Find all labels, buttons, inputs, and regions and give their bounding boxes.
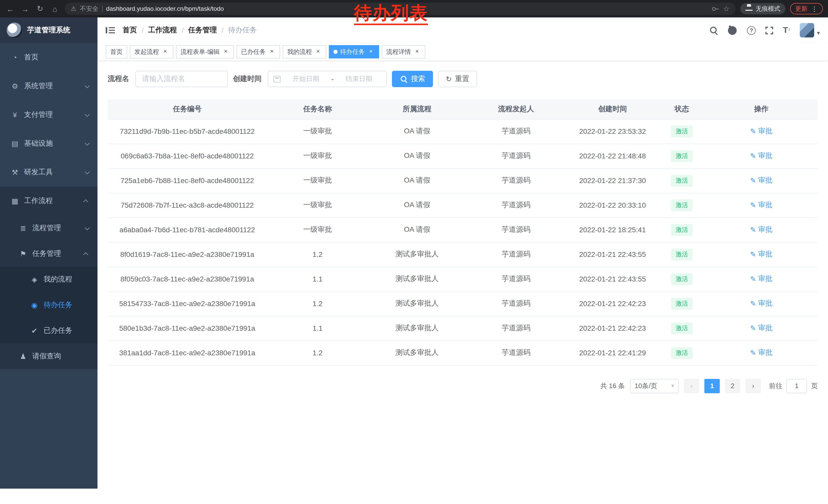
tab-close-icon[interactable] <box>367 48 374 55</box>
search-icon[interactable] <box>709 26 718 34</box>
prev-page-button[interactable]: ‹ <box>684 379 699 393</box>
tab-close-icon[interactable] <box>162 48 169 55</box>
col-created: 创建时间 <box>566 99 659 119</box>
approve-link[interactable]: 审批 <box>750 324 772 333</box>
table-row: 381aa1dd-7ac8-11ec-a9e2-a2380e71991a 1.2… <box>108 340 818 365</box>
approve-link[interactable]: 审批 <box>750 200 772 210</box>
cell-starter: 芋道源码 <box>466 242 566 267</box>
incognito-icon <box>745 7 753 11</box>
user-menu[interactable]: ▾ <box>800 23 820 37</box>
date-range-picker[interactable]: 开始日期 - 结束日期 <box>268 71 387 87</box>
page-size-select[interactable]: 10条/页 ▾ <box>630 379 679 393</box>
status-badge: 激活 <box>671 150 693 162</box>
font-size-icon[interactable]: T ↕ <box>783 26 790 34</box>
sidebar-menu-item[interactable]: ◉ 待办任务 <box>0 292 97 318</box>
cell-process: 测试多审批人 <box>368 340 466 365</box>
approve-link[interactable]: 审批 <box>750 250 772 259</box>
sidebar-menu-item[interactable]: ¥ 支付管理 <box>0 100 97 129</box>
cell-task-id: 725a1eb6-7b88-11ec-8ef0-acde48001122 <box>108 168 267 193</box>
tab[interactable]: 流程详情 <box>382 45 425 58</box>
next-page-button[interactable]: › <box>745 379 761 393</box>
browser-forward-icon[interactable]: → <box>20 4 30 13</box>
approve-link[interactable]: 审批 <box>750 176 772 185</box>
page-number-button[interactable]: 1 <box>704 379 720 393</box>
sidebar-menu-item[interactable]: ⚑ 任务管理 <box>0 241 97 267</box>
sidebar-menu-item[interactable]: ⚙ 系统管理 <box>0 72 97 100</box>
cell-task-name: 一级审批 <box>267 168 368 193</box>
task-management-icon: ⚑ <box>18 250 28 258</box>
approve-link[interactable]: 审批 <box>750 127 772 136</box>
approve-link[interactable]: 审批 <box>750 348 772 357</box>
tab-close-icon[interactable] <box>413 48 421 55</box>
sidebar-menu-item[interactable]: ▤ 基础设施 <box>0 129 97 158</box>
cell-actions: 审批 <box>705 291 818 316</box>
browser-menu-icon[interactable]: ⋮ <box>811 5 818 12</box>
my-process-icon: ◈ <box>30 275 39 283</box>
incognito-label: 无痕模式 <box>756 4 780 13</box>
sidebar-menu-item[interactable]: ⚒ 研发工具 <box>0 158 97 187</box>
annotation-title: 待办列表 <box>354 3 428 25</box>
tab[interactable]: 待办任务 <box>329 45 379 58</box>
bookmark-star-icon[interactable]: ☆ <box>723 5 730 13</box>
browser-update-button[interactable]: 更新 ⋮ <box>790 3 823 14</box>
cell-created: 2022-01-22 21:48:48 <box>566 144 659 168</box>
approve-link[interactable]: 审批 <box>750 274 772 283</box>
tab[interactable]: 已办任务 <box>237 45 280 58</box>
top-header: 首页 工作流程 任务管理 待办任务 <box>97 17 828 43</box>
tab[interactable]: 发起流程 <box>130 45 173 58</box>
tab[interactable]: 我的流程 <box>283 45 326 58</box>
status-badge: 激活 <box>671 125 693 137</box>
help-icon[interactable]: ? <box>747 26 756 35</box>
approve-link[interactable]: 审批 <box>750 151 772 161</box>
breadcrumb-item[interactable]: 任务管理 <box>177 26 217 35</box>
search-button-icon <box>400 75 407 82</box>
tab[interactable]: 流程表单-编辑 <box>176 45 234 58</box>
cell-actions: 审批 <box>705 217 818 242</box>
browser-reload-icon[interactable]: ↻ <box>35 4 45 13</box>
avatar[interactable] <box>800 23 815 37</box>
col-actions: 操作 <box>705 99 818 119</box>
cell-task-id: 069c6a63-7b8a-11ec-8ef0-acde48001122 <box>108 144 267 168</box>
caret-down-icon: ▾ <box>817 30 820 36</box>
logo: 芋道管理系统 <box>0 17 97 43</box>
breadcrumb-item[interactable]: 工作流程 <box>137 26 177 35</box>
tab-close-icon[interactable] <box>268 48 276 55</box>
approve-label: 审批 <box>758 151 773 161</box>
cell-task-name: 1.1 <box>267 316 368 340</box>
tab[interactable]: 首页 <box>106 45 127 58</box>
sidebar-menu-item[interactable]: ✔ 已办任务 <box>0 318 97 343</box>
status-badge: 激活 <box>671 175 693 186</box>
sidebar-menu-item[interactable]: ▦ 工作流程 <box>0 187 97 215</box>
github-icon[interactable] <box>728 26 737 35</box>
table-row: 725a1eb6-7b88-11ec-8ef0-acde48001122 一级审… <box>108 168 818 193</box>
sidebar-menu-item[interactable]: ◔ 首页 <box>0 43 97 72</box>
breadcrumb-item[interactable]: 待办任务 <box>217 26 257 35</box>
reset-button[interactable]: ↻ 重置 <box>438 71 477 87</box>
sidebar-menu-item[interactable]: ◈ 我的流程 <box>0 267 97 292</box>
password-key-icon[interactable] <box>711 5 719 13</box>
page-number-button[interactable]: 2 <box>725 379 740 393</box>
browser-back-icon[interactable]: ← <box>5 4 15 13</box>
approve-label: 审批 <box>758 324 773 333</box>
fullscreen-icon[interactable] <box>765 27 773 34</box>
todo-task-table: 任务编号 任务名称 所属流程 流程发起人 创建时间 状态 操作 <box>108 99 818 365</box>
menu-item-label: 流程管理 <box>32 224 61 233</box>
home-dashboard-icon: ◔ <box>10 53 19 61</box>
cell-task-id: 8f059c03-7ac8-11ec-a9e2-a2380e71991a <box>108 267 267 291</box>
sidebar-menu-item[interactable]: ≣ 流程管理 <box>0 215 97 241</box>
sidebar-collapse-icon[interactable] <box>106 27 115 34</box>
sidebar-menu-item[interactable]: ♟ 请假查询 <box>0 343 97 369</box>
approve-link[interactable]: 审批 <box>750 225 772 234</box>
edit-icon <box>750 324 756 332</box>
browser-home-icon[interactable]: ⌂ <box>50 4 60 13</box>
cell-process: OA 请假 <box>368 193 466 217</box>
goto-page-input[interactable]: 1 <box>786 379 807 393</box>
cell-starter: 芋道源码 <box>466 267 566 291</box>
process-name-input[interactable]: 请输入流程名 <box>135 71 228 87</box>
tab-close-icon[interactable] <box>315 48 322 55</box>
breadcrumb-item[interactable]: 首页 <box>123 26 137 35</box>
approve-link[interactable]: 审批 <box>750 299 772 308</box>
search-button[interactable]: 搜索 <box>392 71 433 87</box>
tab-close-icon[interactable] <box>222 48 229 55</box>
table-row: 8f0d1619-7ac8-11ec-a9e2-a2380e71991a 1.2… <box>108 242 818 267</box>
